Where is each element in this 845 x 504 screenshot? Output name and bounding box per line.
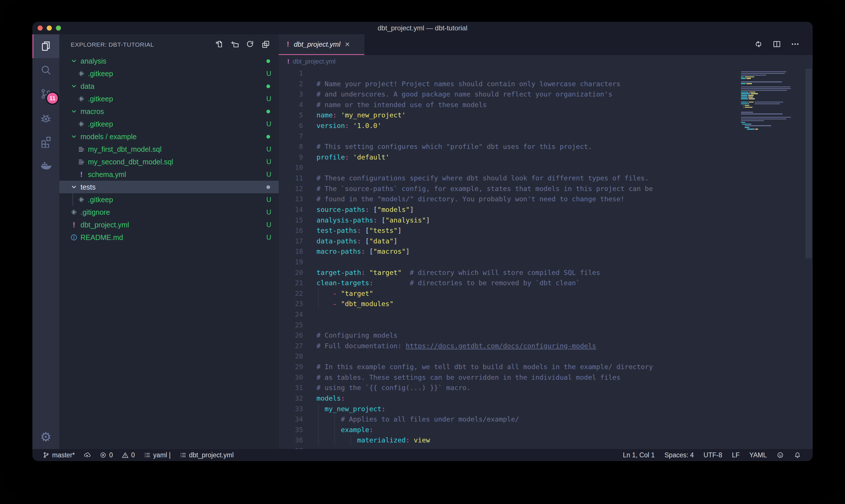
tree-item-gitkeep[interactable]: .gitkeepU [59,92,279,105]
status-task-file[interactable]: dbt_project.yml [179,451,234,459]
status-warning-count[interactable]: 0 [122,451,135,459]
status-feedback[interactable] [776,451,784,459]
activity-item-search[interactable] [32,58,59,82]
status-sync-changes[interactable] [83,451,91,459]
code-line-8[interactable]: 8# This setting configures which "profil… [279,142,813,152]
status-language-mode[interactable]: YAML [749,451,767,459]
split-editor-button[interactable] [772,39,782,50]
code-line-34[interactable]: 34 # Applies to all files under models/e… [279,414,813,425]
code-line-3[interactable]: 3# and underscores. A good package name … [279,89,813,100]
code-line-6[interactable]: 6version: '1.0.0' [279,121,813,131]
debug-icon [39,111,52,124]
chevron-down-icon[interactable] [70,132,78,141]
git-modified-dot [266,110,270,113]
tree-item-gitkeep[interactable]: .gitkeepU [59,118,279,130]
tree-item-analysis[interactable]: analysis [59,55,279,67]
refresh-button[interactable] [246,39,255,50]
explorer-header: EXPLORER: DBT-TUTORIAL [59,34,279,55]
code-line-9[interactable]: 9profile: 'default' [279,152,813,163]
code-line-17[interactable]: 17data-paths: ["data"] [279,236,813,247]
status-cursor-position[interactable]: Ln 1, Col 1 [623,451,655,459]
code-line-20[interactable]: 20target-path: "target" # directory whic… [279,268,813,278]
code-line-10[interactable]: 10 [279,162,813,173]
code-line-26[interactable]: 26# Configuring models [279,330,813,341]
activity-item-debug[interactable] [32,106,59,129]
code-line-29[interactable]: 29# In this example config, we tell dbt … [279,362,813,372]
tree-item-label: README.md [80,233,123,242]
chevron-down-icon[interactable] [70,57,78,65]
settings-gear-icon[interactable]: ⚙ [32,425,59,449]
tree-item-gitignore[interactable]: .gitignoreU [59,206,279,218]
code-line-32[interactable]: 32models: [279,393,813,404]
code-line-7[interactable]: 7 [279,131,813,142]
chevron-down-icon[interactable] [70,183,78,191]
activity-item-source-control[interactable]: 11 [32,82,59,106]
status-indentation[interactable]: Spaces: 4 [665,451,694,459]
tree-item-readme-md[interactable]: README.mdU [59,231,279,244]
code-line-1[interactable]: 1 [279,68,813,79]
tab-dbt-project-yml[interactable]: ! dbt_project.yml × [279,34,364,55]
tree-item-data[interactable]: data [59,80,279,92]
code-line-4[interactable]: 4# name or the intended use of these mod… [279,100,813,110]
code-line-33[interactable]: 33 my_new_project: [279,404,813,414]
tree-item-my-first-dbt-model-sql[interactable]: my_first_dbt_model.sqlU [59,143,279,156]
collapse-all-icon [261,39,270,49]
code-line-21[interactable]: 21clean-targets: # directories to be rem… [279,278,813,288]
code-line-35[interactable]: 35 example: [279,425,813,435]
code-line-24[interactable]: 24 [279,309,813,320]
status-branch-indicator[interactable]: master* [42,451,75,459]
editor-scrollbar[interactable] [806,69,812,258]
titlebar[interactable]: dbt_project.yml — dbt-tutorial [32,22,813,34]
code-line-11[interactable]: 11# These configurations specify where d… [279,173,813,183]
code-line-2[interactable]: 2# Name your project! Project names shou… [279,79,813,89]
tree-item-macros[interactable]: macros [59,105,279,118]
status-encoding[interactable]: UTF-8 [703,451,722,459]
tree-item-gitkeep[interactable]: .gitkeepU [59,193,279,206]
open-changes-button[interactable] [754,39,763,50]
activity-item-extensions[interactable] [32,129,59,153]
breadcrumb-item[interactable]: dbt_project.yml [293,58,336,65]
status-error-count[interactable]: 0 [100,451,113,459]
code-line-30[interactable]: 30# as tables. These settings can be ove… [279,372,813,383]
status-bar: master*00yaml |dbt_project.yml Ln 1, Col… [32,449,813,461]
code-line-13[interactable]: 13# found in the "models/" directory. Yo… [279,194,813,204]
code-line-22[interactable]: 22 - "target" [279,288,813,299]
code-line-5[interactable]: 5name: 'my_new_project' [279,110,813,121]
minimap[interactable] [741,69,805,132]
code-line-28[interactable]: 28 [279,351,813,362]
tree-item-tests[interactable]: tests [59,181,279,193]
code-line-25[interactable]: 25 [279,320,813,330]
tree-item-gitkeep[interactable]: .gitkeepU [59,67,279,80]
status-notifications[interactable] [794,451,801,459]
code-line-15[interactable]: 15analysis-paths: ["analysis"] [279,215,813,226]
code-line-16[interactable]: 16test-paths: ["tests"] [279,226,813,236]
code-line-36[interactable]: 36 materialized: view [279,435,813,446]
code-line-12[interactable]: 12# The `source-paths` config, for examp… [279,183,813,194]
status-eol[interactable]: LF [732,451,740,459]
breadcrumb[interactable]: ! dbt_project.yml [279,55,813,68]
new-folder-button[interactable] [230,39,239,50]
tree-item-schema-yml[interactable]: !schema.ymlU [59,168,279,181]
status-task-yaml[interactable]: yaml | [144,451,171,459]
activity-item-explorer[interactable] [32,34,59,58]
code-line-14[interactable]: 14source-paths: ["models"] [279,204,813,215]
code-line-19[interactable]: 19 [279,257,813,268]
new-file-button[interactable] [215,39,224,50]
chevron-down-icon[interactable] [70,107,78,116]
code-line-31[interactable]: 31# using the `{{ config(...) }}` macro. [279,382,813,393]
tree-item-my-second-dbt-model-sql[interactable]: my_second_dbt_model.sqlU [59,156,279,168]
code-line-18[interactable]: 18macro-paths: ["macros"] [279,246,813,257]
code-line-37[interactable]: 37 [279,446,813,449]
more-button[interactable] [790,39,800,50]
collapse-all-button[interactable] [261,39,270,50]
code-line-23[interactable]: 23 - "dbt_modules" [279,299,813,309]
tree-item-dbt-project-yml[interactable]: !dbt_project.ymlU [59,218,279,231]
chevron-down-icon[interactable] [70,82,78,90]
tab-close-icon[interactable]: × [345,40,349,48]
code-line-27[interactable]: 27# Full documentation: https://docs.get… [279,341,813,352]
code-editor[interactable]: 12# Name your project! Project names sho… [279,68,813,449]
tree-item-models-example[interactable]: models / example [59,130,279,143]
git-modified-dot [266,135,270,139]
activity-item-docker[interactable] [32,153,59,177]
git-untracked-badge: U [266,70,271,78]
